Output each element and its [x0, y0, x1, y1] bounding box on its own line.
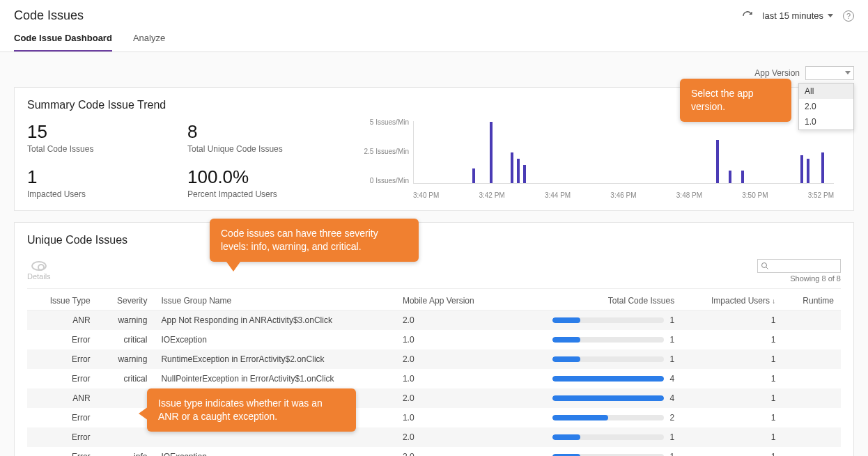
metric: 8Total Unique Code Issues — [187, 121, 327, 154]
tab-analyze[interactable]: Analyze — [133, 33, 165, 52]
chart-bar — [490, 122, 493, 183]
col-header[interactable]: Issue Group Name — [154, 292, 395, 310]
refresh-icon[interactable] — [742, 10, 753, 22]
table-row[interactable]: ANRwarningApp Not Responding in ANRActiv… — [27, 310, 841, 331]
time-range-selector[interactable]: last 15 minutes — [763, 10, 833, 21]
unique-title: Unique Code Issues — [27, 234, 841, 246]
app-version-label: App Version — [754, 68, 800, 78]
table-row[interactable]: ErrorwarningRuntimeException in ErrorAct… — [27, 349, 841, 369]
page-title: Code Issues — [14, 8, 84, 23]
chevron-down-icon — [828, 14, 833, 17]
trend-chart: 5 Issues/Min 2.5 Issues/Min 0 Issues/Min… — [355, 121, 841, 199]
callout-severity: Code issues can have three severity leve… — [210, 219, 419, 262]
metric: 100.0%Percent Impacted Users — [187, 166, 327, 199]
chart-bar — [716, 140, 719, 183]
chart-bar — [472, 168, 475, 183]
col-header[interactable]: Impacted Users ↓ — [681, 292, 782, 310]
time-range-label: last 15 minutes — [763, 10, 823, 21]
col-header[interactable]: Mobile App Version — [396, 292, 506, 310]
chart-bar — [511, 152, 513, 183]
app-version-select[interactable] — [805, 66, 854, 80]
chart-bar — [821, 152, 824, 183]
search-icon — [761, 262, 769, 270]
help-icon[interactable]: ? — [843, 10, 854, 22]
showing-label: Showing 8 of 8 — [790, 274, 841, 283]
col-header[interactable]: Total Code Issues — [506, 292, 682, 310]
col-header[interactable]: Issue Type — [27, 292, 98, 310]
unique-card: Unique Code Issues Code issues can have … — [14, 222, 854, 456]
metric: 1Impacted Users — [27, 166, 166, 199]
caret-down-icon — [845, 71, 851, 74]
chart-bar — [517, 159, 520, 183]
chart-bar — [729, 171, 731, 183]
details-toggle[interactable]: Details — [27, 261, 51, 281]
col-header[interactable]: Runtime — [782, 292, 841, 310]
dropdown-opt-20[interactable]: 2.0 — [799, 99, 853, 114]
tabs: Code Issue Dashboard Analyze — [0, 23, 868, 52]
eye-icon — [31, 261, 47, 271]
callout-type: Issue type indicates whether it was an A… — [147, 388, 356, 432]
svg-line-1 — [766, 267, 768, 269]
table-row[interactable]: ErrorcriticalIOException1.011 — [27, 330, 841, 349]
tab-dashboard[interactable]: Code Issue Dashboard — [14, 33, 112, 52]
dropdown-opt-all[interactable]: All — [799, 84, 853, 99]
svg-point-0 — [762, 263, 767, 268]
metric: 15Total Code Issues — [27, 121, 166, 154]
table-row[interactable]: ErrorcriticalNullPointerException in Err… — [27, 369, 841, 388]
callout-version: Select the app version. — [680, 79, 791, 122]
col-header[interactable]: Severity — [98, 292, 155, 310]
table-row[interactable]: ErrorinfoIOException2.011 — [27, 447, 841, 456]
search-input[interactable] — [757, 259, 841, 273]
dropdown-opt-10[interactable]: 1.0 — [799, 114, 853, 129]
chart-bar — [523, 165, 526, 183]
chart-bar — [800, 155, 803, 183]
chart-bar — [807, 159, 809, 183]
app-version-dropdown: All 2.0 1.0 — [798, 83, 854, 130]
chart-bar — [741, 171, 744, 183]
